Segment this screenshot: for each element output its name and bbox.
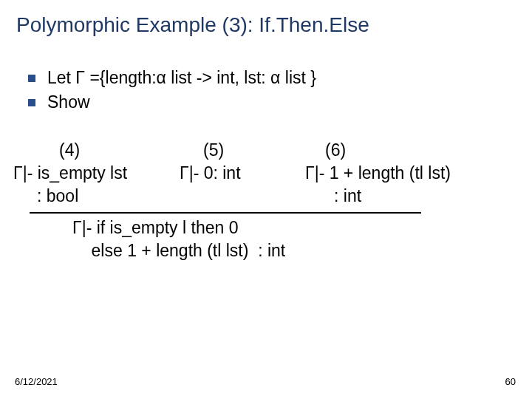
premises-row: Γ|- is_empty lst Γ|- 0: int Γ|- 1 + leng… bbox=[13, 162, 532, 185]
derivation-block: (4) (5) (6) Γ|- is_empty lst Γ|- 0: int … bbox=[13, 139, 532, 262]
premise-types-row: : bool : int bbox=[13, 185, 532, 208]
slide-title: Polymorphic Example (3): If.Then.Else bbox=[0, 0, 532, 37]
bullet-text: Let Γ ={length:α list -> int, lst: α lis… bbox=[47, 68, 316, 88]
bullet-item: Let Γ ={length:α list -> int, lst: α lis… bbox=[28, 68, 532, 88]
conclusion-line-1: Γ|- if is_empty l then 0 bbox=[72, 216, 532, 239]
label-5: (5) bbox=[203, 139, 325, 162]
bullet-item: Show bbox=[28, 92, 532, 112]
label-6: (6) bbox=[325, 139, 346, 162]
conclusion: Γ|- if is_empty l then 0 else 1 + length… bbox=[13, 216, 532, 262]
premise-1: Γ|- is_empty lst bbox=[13, 162, 180, 185]
conclusion-line-2: else 1 + length (tl lst) : int bbox=[72, 239, 532, 262]
bullet-text: Show bbox=[47, 92, 90, 112]
type-int: : int bbox=[334, 185, 361, 208]
footer-page-number: 60 bbox=[505, 376, 516, 387]
footer-date: 6/12/2021 bbox=[15, 376, 58, 387]
type-bool: : bool bbox=[37, 185, 334, 208]
premise-labels-row: (4) (5) (6) bbox=[13, 139, 532, 162]
premise-2: Γ|- 0: int bbox=[180, 162, 305, 185]
bullet-list: Let Γ ={length:α list -> int, lst: α lis… bbox=[28, 68, 532, 112]
bullet-icon bbox=[28, 75, 35, 82]
bullet-icon bbox=[28, 99, 35, 106]
premise-3: Γ|- 1 + length (tl lst) bbox=[305, 162, 451, 185]
label-4: (4) bbox=[59, 139, 203, 162]
inference-line bbox=[30, 212, 421, 214]
